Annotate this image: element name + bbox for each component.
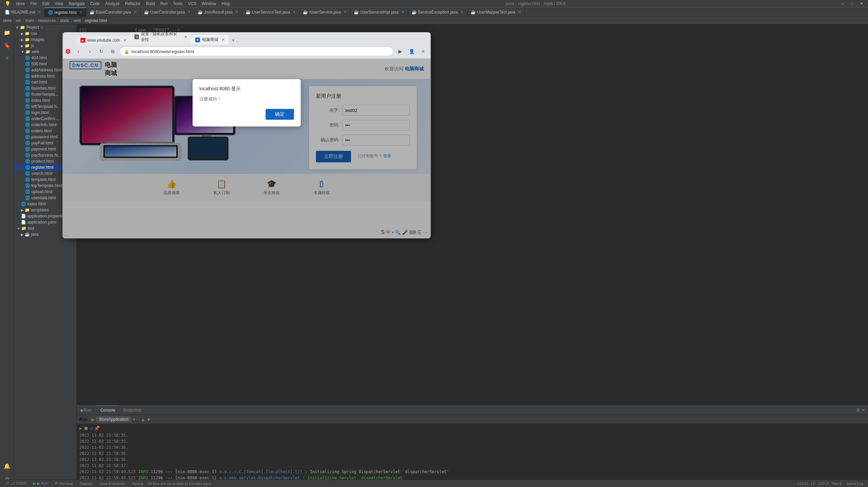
browser-back-btn[interactable]: ‹ xyxy=(77,47,83,56)
breadcrumb-src[interactable]: src xyxy=(16,18,21,23)
tab-basecontroller-close[interactable]: ✕ xyxy=(134,10,137,14)
menu-file[interactable]: File xyxy=(28,1,39,7)
browser-chrome: ▶ www.youtube.com ✕ ⚙ 设置 - 隐私设置和安全性 ✕ 🖥 … xyxy=(77,32,430,59)
menu-help[interactable]: Help xyxy=(220,1,232,7)
menu-view[interactable]: View xyxy=(53,1,66,7)
tab-userserviceimpl[interactable]: ☕ UserServiceImpl.java ✕ xyxy=(350,7,408,17)
tab-usermappertest[interactable]: ☕ UserMapperTest.java ✕ xyxy=(467,7,525,17)
browser-tab-store-label: 电脑商城 xyxy=(202,37,218,43)
browser-play-btn[interactable]: ▶ xyxy=(395,47,405,56)
tab-jsonresult-close[interactable]: ✕ xyxy=(235,10,239,14)
status-spring-btn[interactable]: Spring xyxy=(130,482,145,486)
browser-apps-btn[interactable]: ⊞ xyxy=(108,47,118,56)
breadcrumb-sep5: › xyxy=(71,18,72,23)
run-start-btn[interactable]: ▶ xyxy=(79,425,82,431)
log-time-4: 2022-11-02 21:58:36. xyxy=(79,450,128,457)
run-restart-btn[interactable]: ↺ xyxy=(90,425,92,431)
tab-userserviceimpl-close[interactable]: ✕ xyxy=(401,10,404,14)
browser-reload-btn[interactable]: ↻ xyxy=(97,47,106,56)
tab-jsonresult[interactable]: ☕ JsonResult.java ✕ xyxy=(194,7,242,17)
tab-run[interactable]: ▶ Run: xyxy=(77,405,96,415)
structure-icon[interactable]: ≡ xyxy=(2,53,13,64)
menu-edit[interactable]: Edit xyxy=(40,1,51,7)
panel-settings-icon[interactable]: ⚙ xyxy=(856,408,860,413)
bookmarks-icon[interactable]: 🔖 xyxy=(2,40,13,51)
tab-userservicetest[interactable]: ☕ UserServiceTest.java ✕ xyxy=(242,7,300,17)
status-terminal-btn[interactable]: ⊟ Terminal xyxy=(53,481,75,486)
settings-favicon: ⚙ xyxy=(134,34,139,39)
run-app-icon: ▶ xyxy=(91,417,95,422)
tab-readme-close[interactable]: ✕ xyxy=(38,10,41,14)
menu-tools[interactable]: Tools xyxy=(171,1,184,7)
bottom-tabs: ▶ Run: Console Endpoints ⚙ ✕ xyxy=(77,405,868,415)
menu-vcs[interactable]: VCS xyxy=(186,1,198,7)
tab-userservicetest-close[interactable]: ✕ xyxy=(293,10,296,14)
tab-serviceexception-close[interactable]: ✕ xyxy=(461,10,464,14)
tab-iuserservice[interactable]: ☕ IUserService.java ✕ xyxy=(299,7,350,17)
maximize-btn[interactable]: □ xyxy=(849,1,855,7)
tab-console[interactable]: Console xyxy=(96,405,119,415)
browser-forward-btn[interactable]: › xyxy=(85,47,95,56)
minimize-btn[interactable]: ─ xyxy=(839,1,846,7)
log-line-7: 2022-11-02 21:59:49.523 INFO 11296 --- [… xyxy=(79,469,865,475)
menu-store[interactable]: store xyxy=(14,1,27,7)
tab-register[interactable]: 🌐 register.html ✕ xyxy=(45,7,86,17)
browser-profile-btn[interactable]: 👤 xyxy=(407,47,416,56)
menu-run[interactable]: Run xyxy=(158,1,170,7)
breadcrumb: store › src › main › resources › static … xyxy=(0,17,868,24)
browser-address-bar[interactable]: 🔒 localhost:8080/web/register.html xyxy=(120,47,393,56)
tab-usercontroller-close[interactable]: ✕ xyxy=(188,10,191,14)
menu-analyze[interactable]: Analyze xyxy=(103,1,122,7)
tab-basecontroller[interactable]: ☕ BaseController.java ✕ xyxy=(86,7,141,17)
browser-tab-youtube[interactable]: ▶ www.youtube.com ✕ xyxy=(77,36,130,45)
terminal-icon: ⊟ xyxy=(55,481,58,486)
browser-menu-btn[interactable]: ≡ xyxy=(418,47,428,56)
run-stop-btn[interactable]: ⏹ xyxy=(83,425,88,431)
menu-window[interactable]: Window xyxy=(200,1,218,7)
tab-iuserservice-close[interactable]: ✕ xyxy=(344,10,347,14)
menu-navigate[interactable]: Navigate xyxy=(67,1,87,7)
panel-close-icon[interactable]: ✕ xyxy=(862,408,865,413)
status-run-btn[interactable]: ▶ ▶ Run xyxy=(31,481,50,486)
browser-tab-store[interactable]: 🖥 电脑商城 ✕ xyxy=(191,35,229,45)
project-icon[interactable]: 📁 xyxy=(2,27,13,38)
browser-tab-settings-close[interactable]: ✕ xyxy=(184,35,187,39)
modal-overlay: localhost:8080 显示 注册成功！ 确定 xyxy=(77,59,430,238)
run-app-close-icon[interactable]: ✕ xyxy=(132,417,135,422)
tab-endpoints[interactable]: Endpoints xyxy=(119,405,145,415)
breadcrumb-store[interactable]: store xyxy=(3,18,12,23)
run-pin-btn[interactable]: 📌 xyxy=(94,425,100,431)
settings-gear-icon[interactable]: ⚙ xyxy=(40,25,44,30)
breadcrumb-main[interactable]: main xyxy=(25,18,34,23)
run-down-icon[interactable]: ▼ xyxy=(147,417,151,422)
tab-usercontroller[interactable]: ☕ UserController.java ✕ xyxy=(141,7,194,17)
menu-build[interactable]: Build xyxy=(144,1,157,7)
breadcrumb-sep3: › xyxy=(35,18,37,23)
run-app-name: StoreApplication xyxy=(96,416,131,422)
status-git-btn[interactable]: ⎇ ⎇ TODO xyxy=(3,481,28,486)
browser-tab-settings[interactable]: ⚙ 设置 - 隐私设置和安全性 ✕ xyxy=(130,32,191,45)
modal-ok-btn[interactable]: 确定 xyxy=(266,109,294,120)
breadcrumb-web[interactable]: web xyxy=(73,18,81,23)
tab-register-close[interactable]: ✕ xyxy=(79,10,82,15)
browser-add-tab-btn[interactable]: + xyxy=(229,36,237,45)
browser-tab-youtube-close[interactable]: ✕ xyxy=(123,38,126,43)
breadcrumb-file[interactable]: register.html xyxy=(85,18,107,23)
project-root-folder[interactable]: ▼ 📁 Project ⚙ xyxy=(14,24,76,30)
menu-code[interactable]: Code xyxy=(88,1,102,7)
notifications-icon[interactable]: 🔔 xyxy=(2,461,13,471)
breadcrumb-static[interactable]: static xyxy=(60,18,69,23)
tab-serviceexception[interactable]: ☕ ServiceException.java ✕ xyxy=(408,7,467,17)
status-eventlog-btn[interactable]: Event Log xyxy=(844,482,865,486)
run-header-label: Run: xyxy=(79,417,89,422)
status-statistic-btn[interactable]: Statistic xyxy=(78,482,95,486)
run-up-icon[interactable]: ▲ xyxy=(141,417,145,422)
status-javaee-btn[interactable]: Java Enterprise xyxy=(98,482,127,486)
menu-refactor[interactable]: Refactor xyxy=(123,1,142,7)
log-time-5: 2022-11-02 21:58:36. xyxy=(79,457,128,463)
browser-tab-store-close[interactable]: ✕ xyxy=(222,38,225,42)
breadcrumb-resources[interactable]: resources xyxy=(38,18,56,23)
close-btn[interactable]: ✕ xyxy=(858,1,865,7)
tab-usermappertest-close[interactable]: ✕ xyxy=(518,10,521,14)
tab-readme[interactable]: 📄 README.md ✕ xyxy=(1,7,45,17)
